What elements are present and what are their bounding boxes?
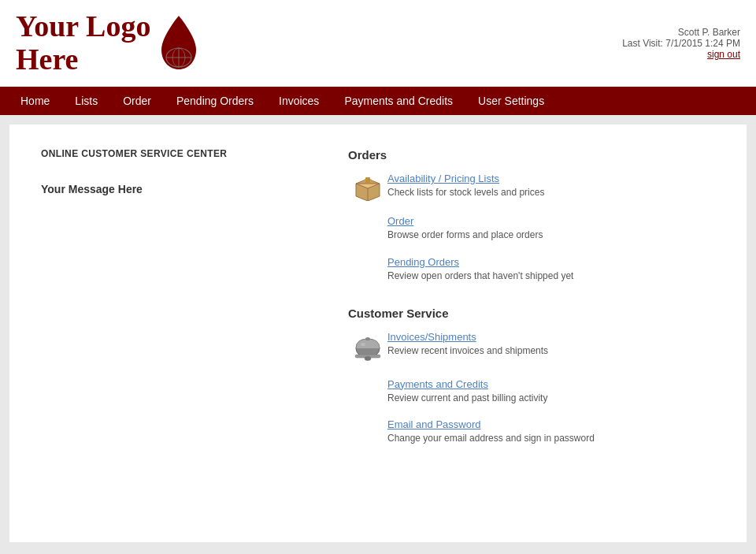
svg-point-12 [365, 356, 371, 360]
section-title-left: ONLINE CUSTOMER SERVICE CENTER [41, 148, 317, 159]
invoices-link[interactable]: Invoices/Shipments [387, 331, 548, 343]
nav-user-settings[interactable]: User Settings [465, 87, 557, 115]
logo-text: Your Logo Here [16, 10, 150, 76]
svg-point-11 [365, 337, 370, 340]
logo-line1: Your Logo [16, 9, 150, 43]
nav-invoices[interactable]: Invoices [266, 87, 332, 115]
email-password-desc: Change your email address and sign in pa… [387, 432, 723, 445]
nav-payments-credits[interactable]: Payments and Credits [332, 87, 465, 115]
logo-area: Your Logo Here [16, 10, 202, 76]
user-name: Scott P. Barker [622, 27, 740, 38]
list-item: Payments and Credits Review current and … [348, 378, 723, 405]
payments-credits-desc: Review current and past billing activity [387, 392, 723, 405]
order-desc: Browse order forms and place orders [387, 229, 723, 242]
logo-icon [155, 14, 202, 73]
sign-out-link[interactable]: sign out [707, 49, 740, 60]
nav-home[interactable]: Home [8, 87, 62, 115]
box-icon-container [348, 173, 387, 201]
message-label: Your Message Here [41, 183, 317, 195]
customer-service-heading: Customer Service [348, 307, 723, 320]
pending-orders-link[interactable]: Pending Orders [387, 256, 723, 268]
list-item: Invoices/Shipments Review recent invoice… [348, 331, 723, 364]
navbar: Home Lists Order Pending Orders Invoices… [0, 87, 756, 115]
nav-pending-orders[interactable]: Pending Orders [164, 87, 266, 115]
email-password-link[interactable]: Email and Password [387, 418, 723, 430]
package-icon [353, 174, 383, 201]
payments-credits-link[interactable]: Payments and Credits [387, 378, 723, 390]
availability-link[interactable]: Availability / Pricing Lists [387, 173, 544, 184]
list-item: Order Browse order forms and place order… [348, 215, 723, 242]
list-item: Availability / Pricing Lists Check lists… [348, 173, 723, 201]
availability-desc: Check lists for stock levels and prices [387, 186, 544, 199]
svg-rect-8 [365, 177, 370, 184]
orders-heading: Orders [348, 148, 723, 162]
invoices-content: Invoices/Shipments Review recent invoice… [387, 331, 548, 358]
list-item: Email and Password Change your email add… [348, 418, 723, 445]
bell-icon-container [348, 331, 387, 364]
invoices-desc: Review recent invoices and shipments [387, 344, 548, 358]
pending-orders-desc: Review open orders that haven't shipped … [387, 270, 723, 283]
svg-point-13 [361, 343, 365, 346]
right-panel: Orders Availability / Pricing Lists Chec [332, 148, 723, 519]
service-bell-icon [352, 333, 384, 364]
availability-content: Availability / Pricing Lists Check lists… [387, 173, 544, 199]
orders-section: Orders Availability / Pricing Lists Chec [348, 148, 723, 283]
main-content: ONLINE CUSTOMER SERVICE CENTER Your Mess… [9, 125, 747, 542]
left-panel: ONLINE CUSTOMER SERVICE CENTER Your Mess… [41, 148, 332, 519]
user-info: Scott P. Barker Last Visit: 7/1/2015 1:2… [622, 27, 740, 60]
nav-lists[interactable]: Lists [62, 87, 110, 115]
customer-service-section: Customer Service [348, 307, 723, 446]
nav-order[interactable]: Order [110, 87, 164, 115]
logo-line2: Here [16, 43, 78, 76]
header: Your Logo Here Scott P. Barker Last Visi… [0, 0, 756, 87]
last-visit: Last Visit: 7/1/2015 1:24 PM [622, 38, 740, 49]
list-item: Pending Orders Review open orders that h… [348, 256, 723, 283]
order-link[interactable]: Order [387, 215, 723, 227]
